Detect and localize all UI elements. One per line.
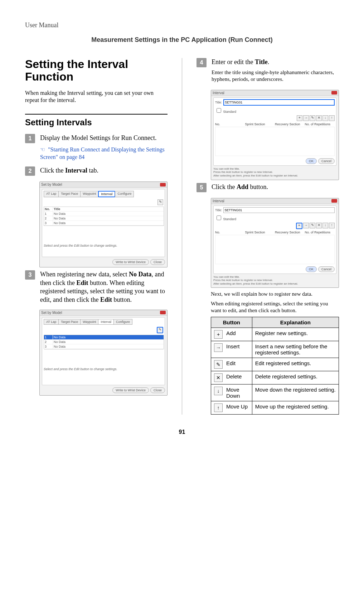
page-number: 91 (25, 429, 339, 435)
tab-configure[interactable]: Configure (115, 191, 134, 197)
edit-button[interactable]: ✎ (310, 115, 315, 121)
close-icon[interactable] (331, 91, 337, 95)
user-manual-link[interactable]: User Manual (25, 21, 339, 29)
pointer-icon: ☞ (40, 146, 45, 154)
window-title: Set by Model (41, 311, 62, 315)
edit-button-highlighted[interactable]: ✎ (157, 327, 163, 333)
step2-post: tab. (87, 167, 98, 174)
standard-checkbox[interactable] (217, 216, 221, 220)
close-icon[interactable] (160, 183, 166, 187)
tab-waypoint[interactable]: Waypoint (80, 191, 98, 197)
move-down-button[interactable]: ↓ (322, 223, 328, 228)
write-to-wrist-button[interactable]: Write to Wrist Device (112, 259, 149, 265)
step5-post: button. (248, 183, 268, 190)
insert-button[interactable]: → (303, 115, 309, 121)
intro-paragraph: When making the Interval setting, you ca… (25, 89, 168, 104)
step4-note: Enter the title using single-byte alphan… (212, 69, 339, 83)
step1-text: Display the Model Settings for Run Conne… (40, 134, 156, 141)
button-icon: → (214, 343, 223, 352)
button-icon: ✎ (214, 360, 223, 369)
edit-button[interactable]: ✎ (157, 199, 163, 205)
insert-button[interactable]: → (303, 223, 309, 228)
table-row: ↑Move UpMove up the registered setting. (211, 401, 339, 414)
col-no: No. (215, 122, 245, 126)
button-explanation: Move down the registered setting. (252, 384, 339, 401)
standard-label: Standard (223, 217, 237, 221)
write-to-wrist-button[interactable]: Write to Wrist Device (112, 387, 149, 393)
table-header-explanation: Explanation (252, 317, 339, 328)
screenshot-edit-highlight: Set by Model AT Lap Target Pace Waypoint… (39, 310, 168, 396)
close-button[interactable]: Close (150, 259, 165, 265)
title-label: Title: (215, 101, 222, 104)
step5-pre: Click the (212, 183, 237, 190)
col-title: Title (53, 207, 164, 211)
add-button-highlighted[interactable]: + (296, 223, 302, 229)
move-down-button[interactable]: ↓ (322, 115, 328, 121)
step2-bold: Interval (65, 167, 87, 174)
col-reps: No. of Repetitions (305, 122, 335, 126)
page-title: Setting the Interval Function (25, 58, 168, 83)
button-explanation: Insert a new setting before the register… (252, 341, 339, 358)
edit-button[interactable]: ✎ (310, 223, 315, 228)
button-name: Insert (226, 343, 240, 349)
list-item-selected[interactable]: No Data (53, 335, 164, 339)
button-explanation: Register new settings. (252, 328, 339, 341)
standard-checkbox[interactable] (217, 108, 221, 113)
move-up-button[interactable]: ↑ (329, 115, 335, 121)
cancel-button[interactable]: Cancel (318, 158, 335, 164)
help-text: You can edit the title. Press the Add bu… (213, 167, 336, 178)
tab-atlap[interactable]: AT Lap (44, 191, 59, 197)
hint-text: Select and press the Edit button to chan… (44, 367, 163, 371)
list-item[interactable]: No Data (53, 344, 164, 349)
button-icon: ✕ (214, 373, 223, 382)
window-title: Interval (213, 91, 224, 95)
list-item[interactable]: No Data (53, 212, 164, 216)
button-name: Add (226, 330, 236, 336)
title-input[interactable] (223, 99, 335, 106)
cancel-button[interactable]: Cancel (318, 266, 335, 272)
close-icon[interactable] (331, 199, 337, 203)
screenshot-title-edit: Interval Title: Standard + → ✎ ✕ ↓ ↑ (211, 90, 339, 180)
step4-post: . (268, 58, 270, 66)
ok-button[interactable]: OK (306, 266, 317, 272)
tab-waypoint[interactable]: Waypoint (80, 319, 98, 325)
close-button[interactable]: Close (150, 387, 165, 393)
add-button[interactable]: + (297, 115, 302, 121)
followup-1: Next, we will explain how to register ne… (211, 291, 339, 297)
title-label: Title: (215, 208, 222, 212)
button-explanation: Delete registered settings. (252, 371, 339, 384)
delete-button[interactable]: ✕ (316, 223, 322, 228)
button-explanation: Edit registered settings. (252, 358, 339, 371)
column-divider (182, 58, 182, 415)
move-up-button[interactable]: ↑ (329, 223, 335, 228)
help-text: You can edit the title. Press the Add bu… (213, 275, 336, 286)
tab-atlap[interactable]: AT Lap (44, 319, 59, 325)
tab-target-pace[interactable]: Target Pace (58, 191, 81, 197)
cross-reference-link[interactable]: ☞ "Starting Run Connect and Displaying t… (40, 146, 168, 161)
col-recovery: Recovery Section (275, 231, 305, 234)
ok-button[interactable]: OK (306, 158, 317, 164)
button-icon: ↑ (214, 403, 223, 412)
title-input[interactable] (223, 207, 335, 213)
step-number-3: 3 (25, 270, 35, 280)
list-item[interactable]: No Data (53, 216, 164, 221)
table-row: +AddRegister new settings. (211, 328, 339, 341)
delete-button[interactable]: ✕ (316, 115, 322, 121)
step-number-5: 5 (196, 183, 207, 192)
tab-interval[interactable]: Interval (98, 191, 115, 197)
list-item[interactable]: No Data (53, 340, 164, 344)
col-recovery: Recovery Section (275, 122, 305, 126)
button-icon: ↓ (214, 387, 223, 395)
step3-text: When registering new data, select No Dat… (40, 270, 168, 304)
step-number-2: 2 (25, 166, 35, 176)
step5-bold: Add (237, 183, 248, 190)
window-title: Set by Model (41, 183, 62, 187)
tab-target-pace[interactable]: Target Pace (58, 319, 81, 325)
col-sprint: Sprint Section (245, 122, 275, 126)
col-no: No. (215, 231, 245, 234)
tab-interval[interactable]: Interval (98, 319, 114, 325)
list-item[interactable]: No Data (53, 221, 164, 225)
close-icon[interactable] (160, 311, 166, 314)
button-icon: + (214, 330, 223, 339)
tab-configure[interactable]: Configure (113, 319, 132, 325)
